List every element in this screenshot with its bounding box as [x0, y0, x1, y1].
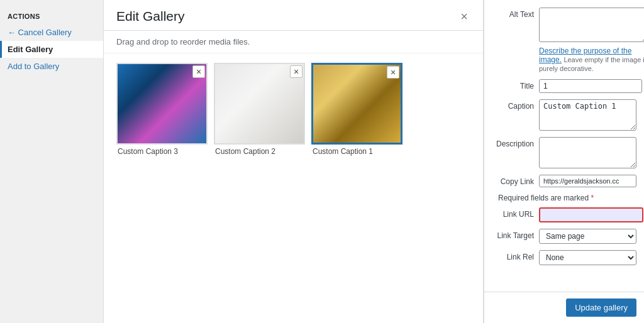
description-label: Description [492, 137, 539, 148]
link-target-row: Link Target Same page New tab None [492, 229, 636, 244]
sidebar-item-add-gallery[interactable]: Add to Gallery [0, 58, 103, 75]
alt-text-container: Describe the purpose of the image. Leave… [539, 8, 644, 73]
gallery-image-wrapper-1: × [116, 63, 208, 145]
right-panel-footer: Update gallery [484, 292, 644, 323]
copy-link-row: Copy Link [492, 175, 636, 187]
main-header: Edit Gallery × [104, 0, 483, 31]
link-target-select[interactable]: Same page New tab None [539, 229, 636, 244]
gallery-item-3[interactable]: × Custom Caption 1 [311, 63, 402, 158]
required-note: Required fields are marked * [492, 194, 636, 202]
page-title: Edit Gallery [116, 9, 185, 24]
link-target-label: Link Target [492, 229, 539, 240]
title-row: Title [492, 79, 636, 93]
gallery-caption-2: Custom Caption 2 [214, 145, 305, 158]
gallery-caption-3: Custom Caption 1 [311, 145, 402, 158]
sidebar-section-title: Actions [0, 8, 103, 24]
sidebar-item-cancel[interactable]: ← Cancel Gallery [0, 24, 103, 41]
link-rel-row: Link Rel None nofollow noreferrer [492, 250, 636, 265]
link-url-label: Link URL [492, 207, 539, 219]
copy-link-label: Copy Link [492, 175, 539, 186]
gallery-item-2[interactable]: × Custom Caption 2 [214, 63, 305, 158]
gallery-image-wrapper-2: × [214, 63, 305, 145]
alt-text-input[interactable] [539, 8, 644, 42]
close-button[interactable]: × [458, 9, 470, 24]
caption-row: Caption [492, 99, 636, 131]
alt-text-label: Alt Text [492, 8, 539, 19]
link-rel-select[interactable]: None nofollow noreferrer [539, 250, 636, 265]
sidebar-item-edit-gallery[interactable]: Edit Gallery [0, 41, 103, 58]
caption-input[interactable] [539, 99, 636, 131]
title-label: Title [492, 79, 539, 90]
link-url-row: Link URL [492, 207, 636, 222]
alt-text-row: Alt Text Describe the purpose of the ima… [492, 8, 636, 73]
caption-label: Caption [492, 99, 539, 111]
gallery-item-1[interactable]: × Custom Caption 3 [116, 63, 208, 158]
link-url-input[interactable] [539, 207, 643, 222]
title-input[interactable] [539, 79, 642, 93]
gallery-remove-button-2[interactable]: × [290, 65, 303, 78]
alt-text-description: Describe the purpose of the image. Leave… [539, 47, 644, 73]
link-rel-label: Link Rel [492, 250, 539, 261]
required-asterisk: * [591, 194, 594, 202]
copy-link-input[interactable] [539, 175, 636, 187]
description-row: Description [492, 137, 636, 168]
gallery-image-wrapper-3: × [311, 63, 402, 145]
gallery-remove-button-3[interactable]: × [387, 66, 399, 79]
right-panel-content: Alt Text Describe the purpose of the ima… [484, 0, 644, 292]
description-input[interactable] [539, 137, 636, 168]
update-gallery-button[interactable]: Update gallery [566, 298, 636, 317]
gallery-area: × Custom Caption 3 × Custom Caption 2 × … [104, 53, 483, 323]
right-panel: Alt Text Describe the purpose of the ima… [484, 0, 644, 323]
main-content: Edit Gallery × Drag and drop to reorder … [104, 0, 484, 323]
drag-hint: Drag and drop to reorder media files. [104, 31, 483, 53]
gallery-remove-button-1[interactable]: × [192, 65, 205, 78]
gallery-caption-1: Custom Caption 3 [116, 145, 208, 158]
sidebar: Actions ← Cancel Gallery Edit Gallery Ad… [0, 0, 104, 323]
